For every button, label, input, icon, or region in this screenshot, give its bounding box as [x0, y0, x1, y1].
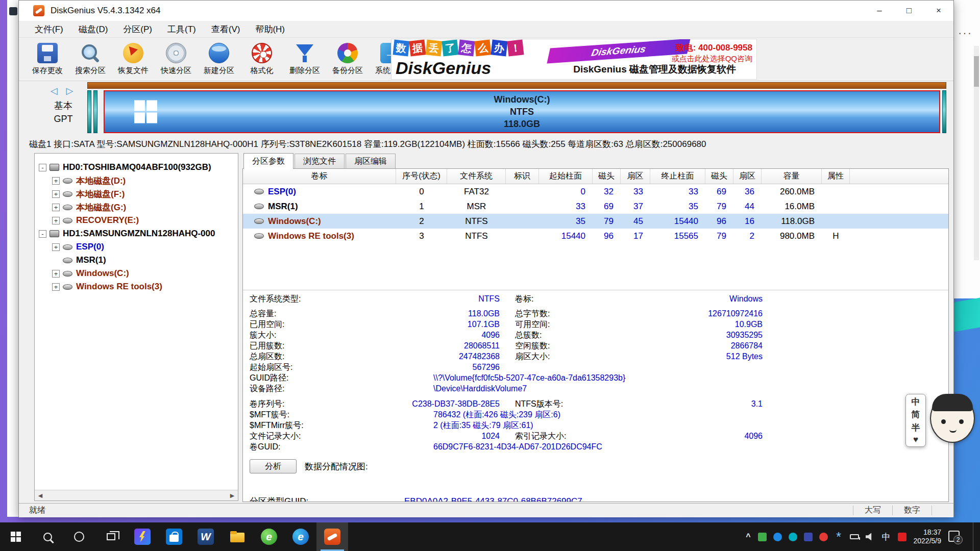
tree-expander-icon[interactable]: + [52, 177, 60, 185]
toolbar-button[interactable]: 搜索分区 [69, 40, 112, 79]
toolbar-button[interactable]: 快速分区 [155, 40, 198, 79]
ime-status-item[interactable]: ♥ [913, 435, 918, 445]
table-header-cell[interactable]: 磁头 [593, 169, 621, 184]
taskbar-app-button[interactable] [316, 522, 348, 551]
minimize-button[interactable]: – [865, 1, 894, 21]
ime-status-item[interactable]: 中 [912, 396, 920, 408]
tab[interactable]: 浏览文件 [295, 154, 345, 168]
maximize-button[interactable]: □ [894, 1, 924, 21]
table-header-cell[interactable]: 标识 [506, 169, 539, 184]
action-center-button[interactable]: 2 [948, 531, 961, 543]
tree-expander-icon[interactable]: + [52, 243, 60, 251]
menu-item[interactable]: 帮助(H) [248, 21, 292, 37]
partition-block-esp[interactable] [87, 90, 91, 133]
tree-item[interactable]: + ESP(0) [35, 240, 238, 254]
table-row[interactable]: Windows(C:) 2 NTFS 35 79 45 15440 96 16 [243, 214, 948, 229]
partition-block-windows-c[interactable]: Windows(C:) NTFS 118.0GB [104, 90, 940, 133]
tree-expander-icon[interactable]: + [52, 283, 60, 291]
table-header-cell[interactable]: 卷标 [243, 169, 396, 184]
ime-language-indicator[interactable]: 中 [882, 531, 891, 543]
tab[interactable]: 分区参数 [243, 153, 293, 169]
toolbar-button[interactable]: 格式化 [240, 40, 283, 79]
tree-expander-icon[interactable]: + [52, 217, 60, 224]
taskbar-app-button[interactable]: e [285, 522, 316, 551]
tray-icon[interactable] [835, 533, 843, 541]
ime-status-widget[interactable]: 中 简 半 ♥ [905, 394, 975, 447]
table-header-cell[interactable]: 终止柱面 [650, 169, 705, 184]
tree-item[interactable]: + Windows RE tools(3) [35, 280, 238, 293]
toolbar-button[interactable]: 删除分区 [283, 40, 326, 79]
table-row[interactable]: MSR(1) 1 MSR 33 69 37 35 79 44 16.0MB [243, 199, 948, 214]
table-header-cell[interactable]: 扇区 [621, 169, 650, 184]
tree-expander-icon[interactable]: - [39, 230, 46, 238]
ime-face-icon[interactable] [930, 394, 975, 443]
tray-icon[interactable] [819, 533, 828, 541]
table-header-cell[interactable]: 文件系统 [447, 169, 506, 184]
menu-item[interactable]: 文件(F) [27, 21, 71, 37]
close-button[interactable]: × [924, 1, 953, 21]
tree-item[interactable]: MSR(1) [35, 254, 238, 267]
tree-expander-icon[interactable]: - [39, 164, 46, 171]
disk-nav-arrows[interactable]: ◁ ▷ [39, 85, 87, 96]
ad-banner[interactable]: 数 据 丢 了 怎 么 办 ！ DiskGenius DiskGenius 致电 [391, 39, 757, 80]
scroll-right-arrow[interactable]: ▶ [227, 490, 238, 500]
taskbar-app-button[interactable]: W [190, 522, 222, 551]
sogou-ime-icon[interactable] [898, 533, 906, 541]
tree-expander-icon[interactable]: + [52, 270, 60, 278]
tree-item[interactable]: + RECOVERY(E:) [35, 214, 238, 227]
tray-icon[interactable] [804, 533, 813, 541]
table-header-cell[interactable]: 起始柱面 [539, 169, 593, 184]
start-button[interactable] [0, 522, 32, 551]
partition-block-msr[interactable] [93, 90, 97, 133]
taskbar-app-button[interactable] [127, 522, 158, 551]
tray-icon[interactable] [866, 532, 875, 541]
task-view-button[interactable] [95, 522, 127, 551]
taskbar-app-button[interactable] [222, 522, 253, 551]
table-row[interactable]: ESP(0) 0 FAT32 0 32 33 33 69 36 260.0MB [243, 184, 948, 199]
toolbar-button[interactable]: 恢复文件 [112, 40, 155, 79]
table-header-cell[interactable]: 容量 [762, 169, 822, 184]
tree-horizontal-scrollbar[interactable]: ◀ ▶ [35, 490, 238, 500]
menu-item[interactable]: 查看(V) [204, 21, 248, 37]
tree-item[interactable]: + 本地磁盘(D:) [35, 174, 238, 187]
menu-item[interactable]: 工具(T) [160, 21, 204, 37]
tree-expander-icon[interactable]: + [52, 204, 60, 211]
tray-icon[interactable] [758, 533, 767, 541]
table-header-cell[interactable]: 磁头 [705, 169, 733, 184]
ime-status-item[interactable]: 半 [912, 422, 920, 434]
kebab-menu-icon[interactable]: ··· [958, 27, 972, 40]
cortana-button[interactable] [63, 522, 95, 551]
table-header-cell[interactable]: 序号(状态) [396, 169, 447, 184]
tree-item[interactable]: - HD1:SAMSUNGMZNLN128HAHQ-000 [35, 227, 238, 240]
taskbar-app-button[interactable]: e [253, 522, 285, 551]
analyze-button[interactable]: 分析 [250, 459, 297, 473]
face-mouth [949, 430, 957, 433]
table-header-cell[interactable]: 扇区 [733, 169, 762, 184]
tree-item[interactable]: - HD0:TOSHIBAMQ04ABF100(932GB) [35, 161, 238, 174]
tray-expand-chevron[interactable]: ^ [746, 532, 750, 541]
tray-icon[interactable] [773, 533, 782, 541]
toolbar-button[interactable]: 新建分区 [198, 40, 240, 79]
ime-status-item[interactable]: 简 [912, 409, 920, 420]
cell-attribute: H [822, 231, 850, 241]
menu-item[interactable]: 磁盘(D) [71, 21, 116, 37]
table-header-cell[interactable]: 属性 [822, 169, 850, 184]
toolbar-button[interactable]: 备份分区 [326, 40, 369, 79]
table-row[interactable]: Windows RE tools(3) 3 NTFS 15440 96 17 1… [243, 229, 948, 243]
menu-item[interactable]: 分区(P) [115, 21, 160, 37]
tray-icon[interactable] [850, 534, 859, 539]
tray-icon[interactable] [789, 533, 797, 541]
taskbar-app-button[interactable] [158, 522, 190, 551]
scroll-left-arrow[interactable]: ◀ [35, 490, 46, 500]
toolbar-button[interactable]: 保存更改 [26, 40, 69, 79]
show-desktop-button[interactable] [973, 522, 976, 551]
taskbar-search-button[interactable] [32, 522, 63, 551]
tab[interactable]: 扇区编辑 [346, 154, 396, 168]
tree-item[interactable]: + 本地磁盘(F:) [35, 187, 238, 201]
tree-expander-icon[interactable]: + [52, 190, 60, 198]
tree-item[interactable]: + 本地磁盘(G:) [35, 201, 238, 214]
tree-item[interactable]: + Windows(C:) [35, 267, 238, 280]
taskbar-clock[interactable]: 18:37 2022/5/9 [914, 528, 942, 545]
partition-block-re-tools[interactable] [942, 90, 946, 133]
background-scrollbar-thumb[interactable] [974, 56, 979, 87]
